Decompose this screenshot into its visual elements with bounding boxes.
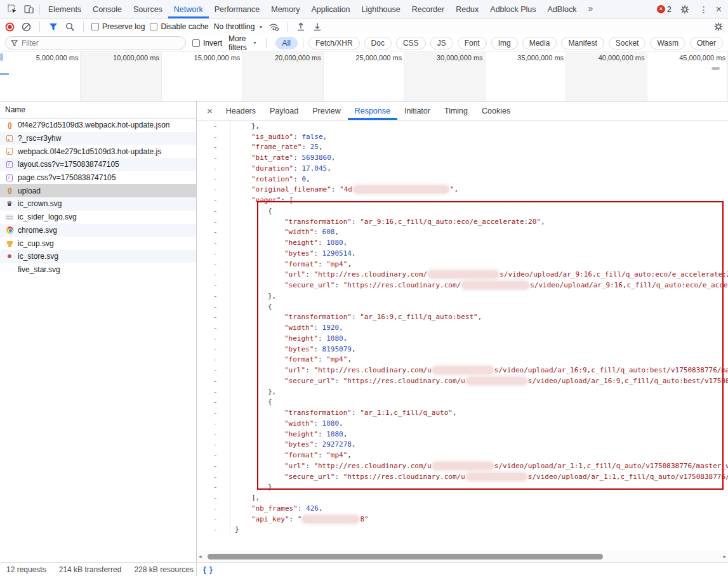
more-panels-chevron[interactable]: » (582, 0, 599, 18)
gutter-marker: - (197, 418, 230, 429)
filter-input[interactable] (22, 39, 180, 48)
kebab-menu-icon[interactable]: ⋮ (698, 4, 710, 15)
request-row-chrome-svg[interactable]: chrome.svg (0, 224, 196, 237)
response-body-viewer[interactable]: -},-"is_audio": false,-"frame_rate": 25,… (197, 121, 728, 551)
settings-gear-icon[interactable] (677, 5, 693, 14)
close-detail-icon[interactable]: × (201, 101, 219, 120)
gutter-marker: - (197, 503, 230, 514)
scroll-left-icon[interactable]: ◂ (199, 553, 202, 560)
gutter-marker: - (197, 429, 230, 440)
gutter-marker: - (197, 376, 230, 386)
timeline-band: 25,000,000 ms (324, 52, 404, 101)
tab-network[interactable]: Network (168, 0, 209, 18)
network-filter-bar: Invert More filters ▼ AllFetch/XHRDocCSS… (0, 34, 728, 52)
request-row-ic-store-svg[interactable]: ic_store.svg (0, 250, 196, 263)
gutter-marker: - (197, 355, 230, 365)
invert-checkbox[interactable]: Invert (192, 39, 222, 48)
format-pretty-print-button[interactable]: { } (197, 563, 220, 576)
device-toolbar-icon[interactable] (20, 0, 37, 18)
code-line: -"frame_rate": 25, (197, 142, 728, 153)
filter-funnel-icon[interactable] (48, 21, 59, 32)
chip-font[interactable]: Font (458, 37, 487, 49)
network-settings-gear-icon[interactable] (713, 21, 724, 32)
detail-tab-payload[interactable]: Payload (263, 101, 305, 120)
scroll-right-icon[interactable]: ▸ (723, 553, 726, 560)
network-overview-timeline[interactable]: 5,000,000 ms10,000,000 ms15,000,000 ms20… (0, 52, 728, 101)
throttling-dropdown[interactable]: No throttling ▼ (214, 22, 263, 31)
gutter-marker: - (197, 365, 230, 376)
scrollbar-thumb[interactable] (208, 554, 603, 560)
detail-tab-headers[interactable]: Headers (219, 101, 263, 120)
gutter-marker: - (197, 461, 230, 471)
code-line: -"secure_url": "https://res.cloudinary.c… (197, 376, 728, 386)
request-row-0f4e279c1d5109d3-webpack-hot-update-json[interactable]: {}0f4e279c1d5109d3.webpack.hot-update.js… (0, 119, 196, 132)
gutter-marker: - (197, 259, 230, 270)
search-icon[interactable] (64, 21, 76, 32)
request-row-page-css-v-1750838747105[interactable]: page.css?v=1750838747105 (0, 171, 196, 185)
export-har-icon[interactable] (312, 21, 323, 32)
chip-fetch-xhr[interactable]: Fetch/XHR (308, 37, 360, 49)
timeline-band: 30,000,000 ms (404, 52, 485, 101)
name-column-header[interactable]: Name (0, 101, 196, 119)
tab-sources[interactable]: Sources (128, 0, 168, 18)
timeline-request-bar (711, 67, 720, 70)
tab-console[interactable]: Console (87, 0, 128, 18)
network-conditions-icon[interactable] (268, 21, 279, 32)
tab-performance[interactable]: Performance (209, 0, 266, 18)
console-error-badge[interactable]: × 2 (657, 5, 672, 14)
tab-adblock-plus[interactable]: Adblock Plus (484, 0, 541, 18)
horizontal-scrollbar[interactable]: ◂ ▸ (197, 551, 728, 562)
request-name: layout.css?v=1750838747105 (18, 160, 119, 169)
chip-img[interactable]: Img (491, 37, 518, 49)
disable-cache-checkbox[interactable]: Disable cache (150, 22, 208, 31)
tab-lighthouse[interactable]: Lighthouse (356, 0, 406, 18)
tab-application[interactable]: Application (305, 0, 355, 18)
timeline-band: 10,000,000 ms (81, 52, 161, 101)
chip-other[interactable]: Other (690, 37, 723, 49)
gutter-marker: - (197, 344, 230, 355)
code-line: -"api_key": "8" (197, 514, 728, 525)
tab-redux[interactable]: Redux (450, 0, 484, 18)
tab-memory[interactable]: Memory (265, 0, 305, 18)
detail-tab-response[interactable]: Response (348, 101, 397, 120)
chip-css[interactable]: CSS (396, 37, 426, 49)
tab-elements[interactable]: Elements (43, 0, 87, 18)
tab-adblock[interactable]: AdBlock (542, 0, 583, 18)
inspect-element-icon[interactable] (4, 0, 20, 18)
request-row-layout-css-v-1750838747105[interactable]: layout.css?v=1750838747105 (0, 158, 196, 171)
stylesheet-icon (5, 173, 14, 182)
chip-media[interactable]: Media (522, 37, 557, 49)
detail-tab-timing[interactable]: Timing (437, 101, 475, 120)
request-name: ic_crown.svg (18, 199, 62, 208)
request-row-ic-crown-svg[interactable]: ♛ic_crown.svg (0, 197, 196, 211)
detail-tab-preview[interactable]: Preview (305, 101, 347, 120)
request-row-five-star-svg[interactable]: ·····five_star.svg (0, 263, 196, 277)
preserve-log-checkbox[interactable]: Preserve log (91, 22, 145, 31)
request-row-ic-sider-logo-svg[interactable]: ic_sider_logo.svg (0, 211, 196, 224)
tab-recorder[interactable]: Recorder (406, 0, 450, 18)
request-row-webpack-0f4e279c1d5109d3-hot-update-js[interactable]: webpack.0f4e279c1d5109d3.hot-update.js (0, 145, 196, 158)
more-filters-dropdown[interactable]: More filters ▼ (228, 34, 257, 52)
code-line: -} (197, 482, 728, 493)
detail-tab-initiator[interactable]: Initiator (397, 101, 437, 120)
chip-socket[interactable]: Socket (609, 37, 646, 49)
chip-doc[interactable]: Doc (364, 37, 392, 49)
code-line: -"width": 1920, (197, 322, 728, 333)
code-line: -"secure_url": "https://res.cloudinary.c… (197, 471, 728, 482)
detail-tab-cookies[interactable]: Cookies (475, 101, 517, 120)
chip-manifest[interactable]: Manifest (561, 37, 604, 49)
clear-network-log-icon[interactable] (20, 21, 32, 32)
chip-js[interactable]: JS (430, 37, 453, 49)
record-network-log-icon[interactable] (4, 21, 15, 32)
gutter-marker: - (197, 142, 230, 153)
close-devtools-icon[interactable]: × (715, 4, 723, 15)
filter-input-pill[interactable] (5, 36, 186, 49)
chip-wasm[interactable]: Wasm (650, 37, 685, 49)
status-item-12-requests: 12 requests (0, 565, 53, 574)
request-row-ic-cup-svg[interactable]: ic_cup.svg (0, 237, 196, 250)
request-row-upload[interactable]: {}upload (0, 184, 196, 197)
request-row--rsc-r3yhw[interactable]: ?_rsc=r3yhw (0, 132, 196, 145)
import-har-icon[interactable] (295, 21, 307, 32)
gutter-marker: - (197, 482, 230, 493)
chip-all[interactable]: All (275, 37, 298, 49)
